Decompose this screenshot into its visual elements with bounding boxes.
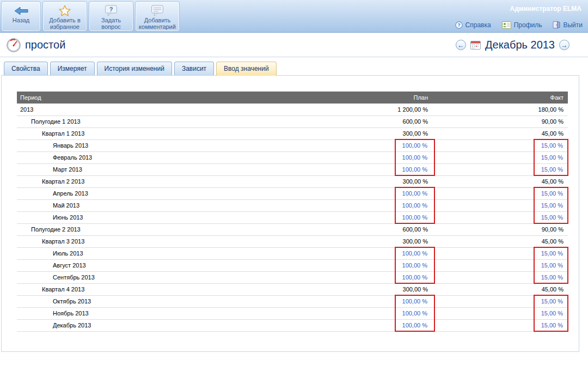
tab-bar: Свойства Измеряет История изменений Зави…	[4, 62, 277, 76]
ribbon-toolbar: Назад Добавить в избранное ? Задать вопр…	[0, 0, 588, 33]
star-icon	[59, 4, 71, 17]
back-button[interactable]: Назад	[1, 1, 41, 32]
fact-value-cell[interactable]: 15,00 %	[534, 151, 568, 163]
spacer-cell	[434, 259, 534, 271]
fact-value-cell[interactable]: 15,00 %	[534, 307, 568, 319]
fact-value-cell[interactable]: 15,00 %	[534, 319, 568, 331]
profile-link-label: Профиль	[514, 21, 542, 29]
fact-value-cell[interactable]: 15,00 %	[534, 295, 568, 307]
tab-measures[interactable]: Измеряет	[50, 62, 95, 75]
column-header-period: Период	[17, 92, 395, 104]
table-row: Октябрь 2013100,00 %15,00 %	[17, 295, 568, 307]
spacer-cell	[434, 223, 534, 235]
plan-value-cell: 600,00 %	[395, 223, 434, 235]
spacer-cell	[434, 211, 534, 223]
period-cell: Июнь 2013	[17, 211, 395, 223]
spacer-cell	[434, 235, 534, 247]
tab-depends[interactable]: Зависит	[174, 62, 214, 75]
tab-value-entry[interactable]: Ввод значений	[216, 62, 277, 76]
plan-value-cell[interactable]: 100,00 %	[395, 211, 434, 223]
add-comment-button-label: Добавить комментарий	[138, 17, 177, 30]
fact-value-cell[interactable]: 15,00 %	[534, 187, 568, 199]
spacer-cell	[434, 247, 534, 259]
period-cell: 2013	[17, 104, 395, 115]
add-favorite-button-label: Добавить в избранное	[45, 17, 84, 30]
page-header: простой ← Декабрь 2013 →	[0, 33, 588, 57]
spacer-cell	[434, 319, 534, 331]
plan-value-cell[interactable]: 100,00 %	[395, 319, 434, 331]
profile-link[interactable]: Профиль	[502, 21, 542, 29]
plan-value-cell[interactable]: 100,00 %	[395, 139, 434, 151]
period-cell: Полугодие 1 2013	[17, 115, 395, 127]
plan-value-cell[interactable]: 100,00 %	[395, 151, 434, 163]
period-cell: Декабрь 2013	[17, 319, 395, 331]
spacer-cell	[434, 151, 534, 163]
plan-value-cell: 300,00 %	[395, 127, 434, 139]
add-favorite-button[interactable]: Добавить в избранное	[42, 1, 87, 32]
table-row: Март 2013100,00 %15,00 %	[17, 163, 568, 175]
plan-value-cell: 1 200,00 %	[395, 104, 434, 115]
comment-bubble-icon	[151, 4, 164, 17]
fact-value-cell[interactable]: 15,00 %	[534, 139, 568, 151]
plan-value-cell: 600,00 %	[395, 115, 434, 127]
table-row: Квартал 2 2013300,00 %45,00 %	[17, 175, 568, 187]
question-bubble-icon: ?	[105, 4, 118, 17]
help-link[interactable]: ? Справка	[455, 21, 491, 29]
plan-value-cell[interactable]: 100,00 %	[395, 163, 434, 175]
calendar-icon[interactable]	[470, 40, 481, 50]
spacer-cell	[434, 115, 534, 127]
fact-value-cell[interactable]: 15,00 %	[534, 247, 568, 259]
plan-value-cell[interactable]: 100,00 %	[395, 187, 434, 199]
spacer-cell	[434, 163, 534, 175]
logout-link[interactable]: Выйти	[553, 21, 583, 29]
fact-value-cell[interactable]: 15,00 %	[534, 259, 568, 271]
svg-text:?: ?	[457, 22, 461, 28]
tab-change-history[interactable]: История изменений	[97, 62, 172, 75]
table-row: Ноябрь 2013100,00 %15,00 %	[17, 307, 568, 319]
title-divider	[0, 57, 588, 57]
column-header-spacer	[434, 92, 534, 104]
periods-table: Период План Факт 20131 200,00 %180,00 %П…	[17, 92, 568, 332]
plan-value-cell[interactable]: 100,00 %	[395, 307, 434, 319]
period-cell: Квартал 2 2013	[17, 175, 395, 187]
logout-icon	[553, 21, 560, 29]
ask-question-button[interactable]: ? Задать вопрос	[89, 1, 133, 32]
period-cell: Квартал 1 2013	[17, 127, 395, 139]
plan-value-cell[interactable]: 100,00 %	[395, 295, 434, 307]
column-header-plan: План	[395, 92, 434, 104]
plan-value-cell[interactable]: 100,00 %	[395, 199, 434, 211]
fact-value-cell[interactable]: 15,00 %	[534, 199, 568, 211]
table-row: Май 2013100,00 %15,00 %	[17, 199, 568, 211]
ask-question-button-label: Задать вопрос	[91, 17, 131, 30]
page-title: простой	[25, 39, 65, 51]
help-link-label: Справка	[465, 21, 491, 29]
spacer-cell	[434, 271, 534, 283]
fact-value-cell: 180,00 %	[534, 104, 568, 115]
next-period-button[interactable]: →	[559, 40, 569, 50]
fact-value-cell: 45,00 %	[534, 283, 568, 295]
prev-period-button[interactable]: ←	[456, 40, 466, 50]
table-header-row: Период План Факт	[17, 92, 568, 104]
table-row: Январь 2013100,00 %15,00 %	[17, 139, 568, 151]
fact-value-cell: 45,00 %	[534, 235, 568, 247]
toolbar-button-group: Назад Добавить в избранное ? Задать вопр…	[1, 1, 180, 32]
plan-value-cell[interactable]: 100,00 %	[395, 247, 434, 259]
spacer-cell	[434, 199, 534, 211]
table-row: 20131 200,00 %180,00 %	[17, 104, 568, 115]
fact-value-cell[interactable]: 15,00 %	[534, 211, 568, 223]
fact-value-cell[interactable]: 15,00 %	[534, 271, 568, 283]
plan-value-cell: 300,00 %	[395, 235, 434, 247]
table-row: Апрель 2013100,00 %15,00 %	[17, 187, 568, 199]
tab-properties[interactable]: Свойства	[4, 62, 48, 75]
plan-value-cell[interactable]: 100,00 %	[395, 259, 434, 271]
period-cell: Январь 2013	[17, 139, 395, 151]
period-cell: Май 2013	[17, 199, 395, 211]
plan-value-cell[interactable]: 100,00 %	[395, 271, 434, 283]
current-period-label: Декабрь 2013	[485, 39, 555, 51]
fact-value-cell[interactable]: 15,00 %	[534, 163, 568, 175]
add-comment-button[interactable]: Добавить комментарий	[135, 1, 180, 32]
period-cell: Март 2013	[17, 163, 395, 175]
column-header-fact: Факт	[534, 92, 568, 104]
spacer-cell	[434, 127, 534, 139]
fact-value-cell: 90,00 %	[534, 115, 568, 127]
